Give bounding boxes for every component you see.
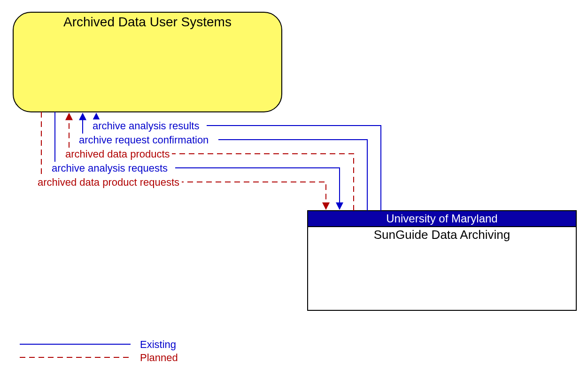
flow-label-f2: archive request confirmation (79, 134, 209, 146)
architecture-diagram: Archived Data User Systems University of… (0, 0, 588, 379)
node-target-title: SunGuide Data Archiving (374, 228, 511, 242)
node-archived-data-user-systems[interactable]: Archived Data User Systems (13, 12, 282, 112)
legend-planned-label: Planned (140, 352, 178, 363)
node-sunguide-data-archiving[interactable]: University of Maryland SunGuide Data Arc… (308, 211, 576, 310)
legend: Existing Planned (20, 339, 178, 363)
legend-existing-label: Existing (140, 339, 176, 350)
flow-label-f3: archived data products (65, 148, 170, 160)
flow-label-f4: archive analysis requests (52, 162, 168, 174)
flow-label-f5: archived data product requests (38, 176, 179, 188)
flow-label-f1: archive analysis results (93, 120, 199, 132)
node-source-title: Archived Data User Systems (63, 15, 232, 29)
node-target-header: University of Maryland (386, 212, 497, 225)
